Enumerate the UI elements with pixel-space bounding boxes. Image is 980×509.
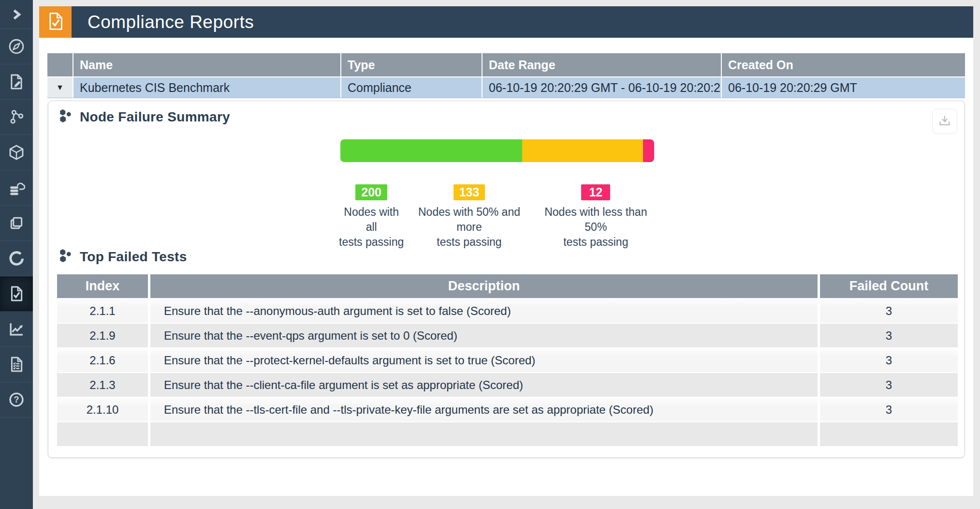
column-header-description: Description [150, 274, 820, 298]
row-expander-cell[interactable]: ▼ [47, 77, 73, 98]
document-edit-icon [8, 73, 25, 90]
top-failed-tests-table: Index Description Failed Count 2.1.1 Ens… [57, 274, 958, 446]
failed-tests-header: Index Description Failed Count [57, 274, 958, 298]
failed-test-row: 2.1.3 Ensure that the --client-ca-file a… [57, 372, 958, 397]
legend-label-line: Nodes with all [337, 205, 405, 235]
report-table-header: Name Type Date Range Created On [47, 53, 965, 76]
failed-test-row: 2.1.9 Ensure that the --event-qps argume… [57, 323, 958, 347]
top-failed-tests-heading: Top Failed Tests [58, 248, 187, 266]
compass-icon [8, 38, 25, 55]
collapse-row-icon[interactable]: ▼ [56, 83, 64, 92]
sidebar-item-compliance-reports[interactable] [0, 276, 33, 312]
test-description: Ensure that the --protect-kernel-default… [150, 348, 820, 372]
sidebar-item-runtime[interactable] [0, 241, 33, 276]
column-header-date-range: Date Range [483, 53, 722, 76]
chevron-right-icon [9, 7, 24, 22]
test-description: Ensure that the --anonymous-auth argumen… [150, 299, 820, 323]
bar-segment-0 [340, 139, 522, 162]
branch-icon [8, 108, 25, 126]
node-failure-summary-heading: Node Failure Summary [58, 108, 230, 126]
report-detail-panel: Node Failure Summary 200 Nodes with all … [48, 101, 965, 458]
sidebar-item-images[interactable] [0, 206, 33, 241]
test-index: 2.1.10 [57, 398, 150, 421]
sidebar-item-audit-log[interactable] [0, 347, 33, 382]
page-header-icon-box [39, 6, 72, 38]
legend-label-line: Nodes with less than 50% [533, 205, 658, 235]
test-index: 2.1.3 [57, 373, 150, 397]
legend-value-badge: 200 [355, 184, 387, 200]
hexagons-icon [58, 248, 73, 266]
legend-value-badge: 12 [581, 184, 610, 200]
document-check-icon [8, 285, 25, 302]
main-content: Compliance Reports Name Type Date Range … [39, 6, 973, 496]
download-icon [937, 113, 952, 130]
sidebar-item-analytics[interactable] [0, 312, 33, 347]
node-failure-bar [340, 139, 654, 162]
failed-test-row: 2.1.10 Ensure that the --tls-cert-file a… [57, 397, 958, 421]
test-failed-count: 3 [820, 324, 958, 347]
test-index: 2.1.1 [57, 299, 150, 323]
legend-value-badge: 133 [453, 184, 485, 200]
failed-test-row: 2.1.1 Ensure that the --anonymous-auth a… [57, 298, 958, 323]
checklist-icon [8, 356, 25, 373]
cloud-storage-icon [8, 179, 25, 196]
test-index: 2.1.9 [57, 324, 150, 347]
refresh-icon [8, 250, 25, 267]
cube-icon [8, 144, 25, 161]
legend-item-failing: 12 Nodes with less than 50% tests passin… [533, 184, 658, 250]
column-header-failed-count: Failed Count [820, 274, 958, 298]
column-header-index: Index [57, 274, 150, 298]
report-created-on-cell: 06-10-19 20:20:29 GMT [722, 77, 965, 98]
sidebar-item-registries[interactable] [0, 170, 33, 206]
sidebar-item-edit-report[interactable] [0, 64, 33, 100]
line-chart-icon [8, 320, 25, 338]
test-description: Ensure that the --tls-cert-file and --tl… [150, 398, 820, 421]
bar-segment-1 [522, 139, 643, 162]
test-description: Ensure that the --event-qps argument is … [150, 324, 820, 347]
test-failed-count: 3 [820, 348, 958, 372]
sidebar-item-expand[interactable] [0, 0, 33, 29]
test-description: Ensure that the --client-ca-file argumen… [150, 373, 820, 397]
page-title: Compliance Reports [72, 12, 254, 32]
legend-item-half-passing: 133 Nodes with 50% and more tests passin… [405, 184, 533, 250]
hexagons-icon [58, 108, 73, 126]
page-header: Compliance Reports [39, 6, 973, 38]
test-index: 2.1.6 [57, 348, 150, 372]
header-expander-column [47, 53, 73, 76]
column-header-name: Name [73, 53, 341, 76]
legend-label-line: Nodes with 50% and more [405, 205, 533, 235]
column-header-type: Type [341, 53, 483, 76]
report-name-cell: Kubernetes CIS Benchmark [73, 77, 341, 98]
node-failure-legend: 200 Nodes with all tests passing 133 Nod… [337, 184, 658, 250]
section-title: Top Failed Tests [80, 249, 187, 265]
download-report-button[interactable] [932, 109, 957, 134]
svg-text:?: ? [14, 395, 19, 404]
test-failed-count: 3 [820, 299, 958, 323]
test-failed-count: 3 [820, 398, 958, 421]
sidebar-item-help[interactable]: ? [0, 382, 33, 418]
column-header-created-on: Created On [722, 53, 965, 76]
section-title: Node Failure Summary [80, 109, 230, 125]
report-row[interactable]: ▼ Kubernetes CIS Benchmark Compliance 06… [47, 76, 965, 98]
failed-test-row: 2.1.6 Ensure that the --protect-kernel-d… [57, 347, 958, 372]
sidebar-item-containers[interactable] [0, 135, 33, 170]
failed-test-empty-row [57, 421, 958, 446]
report-type-cell: Compliance [341, 77, 483, 98]
sidebar-item-explore[interactable] [0, 29, 33, 64]
report-date-range-cell: 06-10-19 20:20:29 GMT - 06-10-19 20:20:2… [483, 77, 722, 98]
sidebar-filler [0, 418, 33, 509]
bar-segment-2 [643, 139, 654, 162]
layers-icon [8, 214, 25, 232]
document-check-icon [45, 11, 66, 33]
report-table: Name Type Date Range Created On ▼ Kubern… [47, 53, 965, 98]
legend-label-line: tests passing [533, 235, 658, 250]
legend-label-line: tests passing [337, 235, 405, 250]
help-icon: ? [8, 391, 25, 408]
test-failed-count: 3 [820, 373, 958, 397]
legend-item-passing: 200 Nodes with all tests passing [337, 184, 405, 250]
sidebar-item-topology[interactable] [0, 100, 33, 135]
sidebar: ? [0, 0, 33, 509]
legend-label-line: tests passing [405, 235, 533, 250]
